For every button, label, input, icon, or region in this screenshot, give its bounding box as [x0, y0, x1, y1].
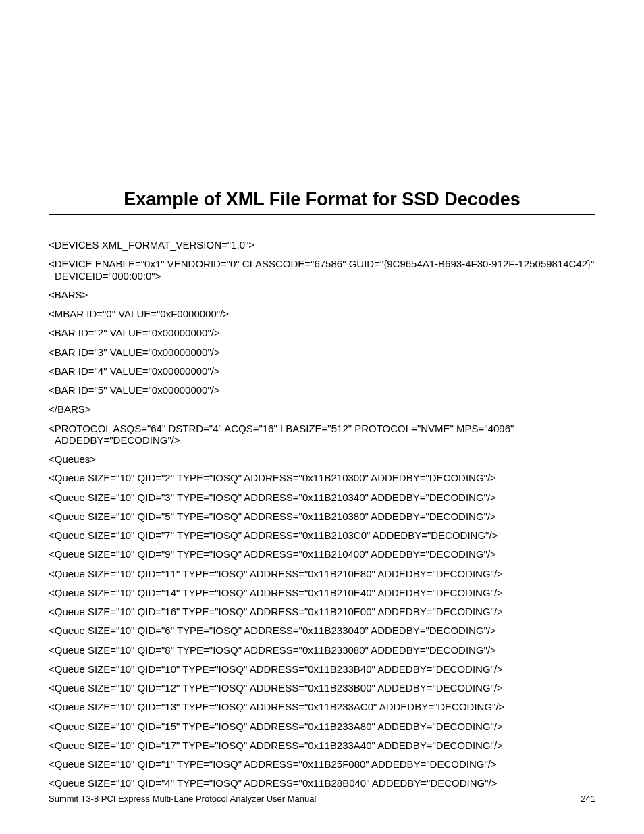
code-line: <Queues>: [49, 453, 595, 465]
code-line: <BAR ID="3" VALUE="0x00000000"/>: [49, 346, 595, 358]
code-line: <Queue SIZE="10" QID="13" TYPE="IOSQ" AD…: [49, 701, 595, 712]
code-line: <Queue SIZE="10" QID="10" TYPE="IOSQ" AD…: [49, 663, 595, 675]
code-line: <Queue SIZE="10" QID="5" TYPE="IOSQ" ADD…: [49, 511, 595, 522]
code-line: <Queue SIZE="10" QID="16" TYPE="IOSQ" AD…: [49, 606, 595, 617]
code-line: <Queue SIZE="10" QID="14" TYPE="IOSQ" AD…: [49, 587, 595, 598]
footer-left: Summit T3-8 PCI Express Multi-Lane Proto…: [49, 793, 316, 804]
code-line: <BAR ID="5" VALUE="0x00000000"/>: [49, 384, 595, 396]
code-line: <Queue SIZE="10" QID="7" TYPE="IOSQ" ADD…: [49, 529, 595, 541]
code-line: <Queue SIZE="10" QID="12" TYPE="IOSQ" AD…: [49, 682, 595, 694]
code-line: <Queue SIZE="10" QID="15" TYPE="IOSQ" AD…: [49, 721, 595, 732]
code-line: <PROTOCOL ASQS="64" DSTRD="4" ACQS="16" …: [49, 423, 595, 446]
footer-right: 241: [581, 793, 595, 804]
code-line: <DEVICES XML_FORMAT_VERSION="1.0">: [49, 239, 595, 251]
page-title: Example of XML File Format for SSD Decod…: [49, 189, 595, 210]
code-line: <Queue SIZE="10" QID="6" TYPE="IOSQ" ADD…: [49, 625, 595, 636]
code-line: <Queue SIZE="10" QID="2" TYPE="IOSQ" ADD…: [49, 472, 595, 484]
title-rule: [49, 214, 595, 215]
code-line: <Queue SIZE="10" QID="4" TYPE="IOSQ" ADD…: [49, 777, 595, 789]
code-line: <DEVICE ENABLE="0x1" VENDORID="0" CLASSC…: [49, 258, 595, 282]
code-line: <Queue SIZE="10" QID="1" TYPE="IOSQ" ADD…: [49, 758, 595, 770]
code-line: <MBAR ID="0" VALUE="0xF0000000"/>: [49, 308, 595, 319]
code-line: </BARS>: [49, 403, 595, 415]
code-line: <Queue SIZE="10" QID="3" TYPE="IOSQ" ADD…: [49, 492, 595, 503]
body-text: <DEVICES XML_FORMAT_VERSION="1.0"><DEVIC…: [49, 239, 595, 789]
code-line: <Queue SIZE="10" QID="11" TYPE="IOSQ" AD…: [49, 568, 595, 579]
code-line: <BARS>: [49, 289, 595, 301]
page: Example of XML File Format for SSD Decod…: [0, 0, 644, 834]
code-line: <Queue SIZE="10" QID="9" TYPE="IOSQ" ADD…: [49, 548, 595, 560]
code-line: <BAR ID="2" VALUE="0x00000000"/>: [49, 327, 595, 338]
code-line: <Queue SIZE="10" QID="8" TYPE="IOSQ" ADD…: [49, 644, 595, 656]
code-line: <BAR ID="4" VALUE="0x00000000"/>: [49, 365, 595, 377]
code-line: <Queue SIZE="10" QID="17" TYPE="IOSQ" AD…: [49, 739, 595, 751]
footer: Summit T3-8 PCI Express Multi-Lane Proto…: [49, 793, 595, 804]
